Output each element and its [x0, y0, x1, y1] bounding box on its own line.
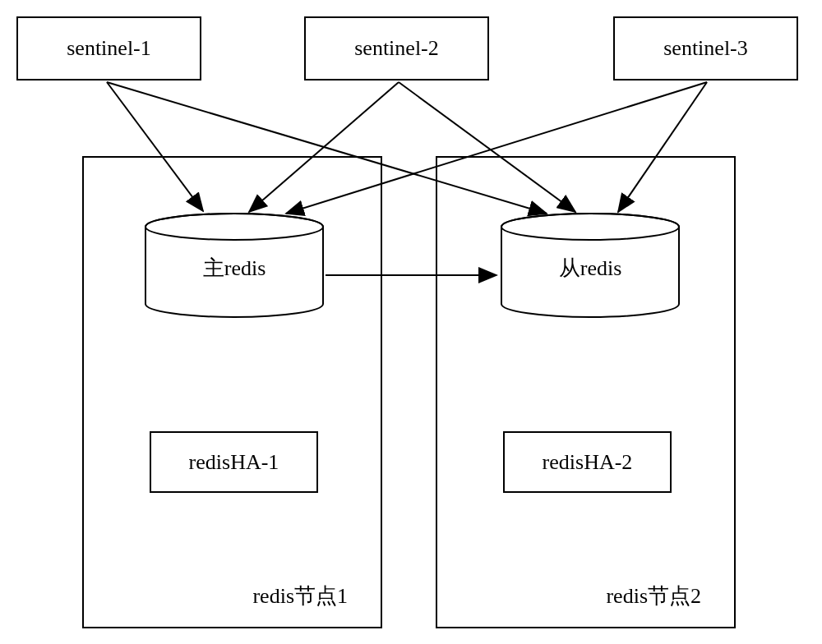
- slave-redis-label: 从redis: [559, 254, 622, 283]
- redis-ha-1-box: redisHA-1: [150, 431, 318, 493]
- sentinel-3-label: sentinel-3: [663, 36, 748, 61]
- redis-ha-1-label: redisHA-1: [189, 450, 279, 475]
- slave-redis-cylinder: 从redis: [500, 212, 681, 319]
- master-redis-cylinder: 主redis: [144, 212, 325, 319]
- sentinel-box-2: sentinel-2: [304, 16, 489, 80]
- master-redis-label: 主redis: [203, 254, 266, 283]
- redis-ha-2-label: redisHA-2: [543, 450, 633, 475]
- sentinel-box-3: sentinel-3: [613, 16, 798, 80]
- node-1-title: redis节点1: [252, 582, 348, 610]
- node-2-title: redis节点2: [606, 582, 701, 610]
- sentinel-2-label: sentinel-2: [354, 36, 439, 61]
- sentinel-box-1: sentinel-1: [16, 16, 201, 80]
- architecture-diagram: sentinel-1 sentinel-2 sentinel-3 redis节点…: [0, 0, 822, 644]
- sentinel-1-label: sentinel-1: [67, 36, 151, 61]
- redis-ha-2-box: redisHA-2: [503, 431, 672, 493]
